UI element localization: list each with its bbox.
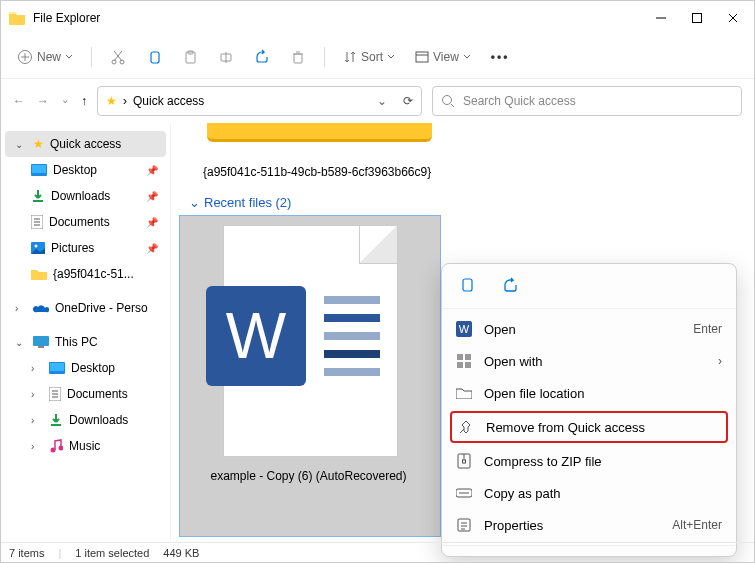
- paste-button[interactable]: [176, 45, 204, 69]
- sidebar-item-onedrive[interactable]: › OneDrive - Perso: [1, 295, 170, 321]
- shortcut-hint: Enter: [693, 322, 722, 336]
- pin-icon: 📌: [146, 243, 158, 254]
- section-label: Recent files (2): [204, 195, 291, 210]
- sidebar-item-pc-desktop[interactable]: › Desktop: [1, 355, 170, 381]
- chevron-down-icon: ⌄: [15, 337, 27, 348]
- sidebar-item-pictures[interactable]: Pictures 📌: [1, 235, 170, 261]
- folder-thumbnail[interactable]: [207, 123, 432, 142]
- sort-button[interactable]: Sort: [337, 46, 401, 68]
- more-button[interactable]: •••: [485, 46, 516, 68]
- sidebar-item-guidfolder[interactable]: {a95f041c-51...: [1, 261, 170, 287]
- sidebar-item-documents[interactable]: Documents 📌: [1, 209, 170, 235]
- view-button[interactable]: View: [409, 46, 477, 68]
- share-icon[interactable]: [502, 276, 522, 296]
- pin-icon: 📌: [146, 165, 158, 176]
- svg-rect-9: [416, 52, 428, 62]
- svg-point-22: [59, 446, 64, 451]
- desktop-icon: [31, 164, 47, 176]
- status-selected: 1 item selected: [75, 547, 149, 559]
- sidebar-item-desktop[interactable]: Desktop 📌: [1, 157, 170, 183]
- chevron-right-icon: ›: [15, 303, 27, 314]
- picture-icon: [31, 242, 45, 254]
- file-caption: example - Copy (6) (AutoRecovered): [181, 469, 436, 483]
- back-button[interactable]: ←: [13, 94, 25, 108]
- star-icon: ★: [33, 137, 44, 151]
- svg-rect-17: [38, 346, 44, 348]
- new-label: New: [37, 50, 61, 64]
- search-placeholder: Search Quick access: [463, 94, 576, 108]
- context-menu-copy-as-path[interactable]: Copy as path: [442, 477, 736, 509]
- chevron-right-icon: ›: [718, 354, 722, 368]
- copy-icon[interactable]: [458, 276, 478, 296]
- page-fold-icon: [359, 226, 397, 264]
- sidebar-label: Documents: [49, 215, 110, 229]
- cut-button[interactable]: [104, 45, 132, 69]
- word-icon: W: [456, 321, 472, 337]
- rename-button[interactable]: [212, 45, 240, 69]
- context-menu-open-with[interactable]: Open with ›: [442, 345, 736, 377]
- context-menu-compress-zip[interactable]: Compress to ZIP file: [442, 445, 736, 477]
- music-icon: [49, 439, 63, 453]
- folder-name-label: {a95f041c-511b-49cb-b589-6cf3963b66c9}: [203, 165, 431, 179]
- sidebar-item-quickaccess[interactable]: ⌄ ★ Quick access: [5, 131, 166, 157]
- new-button[interactable]: New: [11, 45, 79, 69]
- status-bar: 7 items | 1 item selected 449 KB: [1, 542, 754, 562]
- context-menu-open[interactable]: W Open Enter: [442, 313, 736, 345]
- menu-label: Compress to ZIP file: [484, 454, 602, 469]
- download-icon: [31, 189, 45, 203]
- section-recent-files[interactable]: ⌄ Recent files (2): [189, 195, 291, 210]
- folder-icon: [9, 11, 25, 25]
- sidebar-item-downloads[interactable]: Downloads 📌: [1, 183, 170, 209]
- status-item-count: 7 items: [9, 547, 44, 559]
- document-icon: [31, 215, 43, 229]
- pin-icon: 📌: [146, 217, 158, 228]
- sidebar-label: Music: [69, 439, 100, 453]
- refresh-button[interactable]: ⟳: [403, 94, 413, 108]
- apps-icon: [456, 353, 472, 369]
- search-input[interactable]: Search Quick access: [432, 86, 742, 116]
- sidebar-item-pc-music[interactable]: › Music: [1, 433, 170, 459]
- svg-rect-4: [151, 52, 159, 63]
- file-thumbnail[interactable]: W: [223, 225, 398, 457]
- star-icon: ★: [106, 94, 117, 108]
- sidebar-item-pc-downloads[interactable]: › Downloads: [1, 407, 170, 433]
- up-button[interactable]: ↑: [81, 94, 87, 108]
- copy-button[interactable]: [140, 45, 168, 69]
- shortcut-hint: Alt+Enter: [672, 518, 722, 532]
- desktop-icon: [49, 362, 65, 374]
- properties-icon: [456, 517, 472, 533]
- close-button[interactable]: [726, 11, 740, 25]
- context-menu-properties[interactable]: Properties Alt+Enter: [442, 509, 736, 541]
- menu-label: Open file location: [484, 386, 584, 401]
- svg-rect-28: [457, 362, 463, 368]
- context-menu-open-location[interactable]: Open file location: [442, 377, 736, 409]
- sidebar-label: Desktop: [71, 361, 115, 375]
- unpin-icon: [458, 419, 474, 435]
- chevron-right-icon: ›: [31, 389, 43, 400]
- chevron-right-icon: ›: [31, 441, 43, 452]
- svg-rect-31: [463, 460, 466, 463]
- svg-rect-29: [465, 362, 471, 368]
- breadcrumb[interactable]: ★ › Quick access ⌄ ⟳: [97, 86, 422, 116]
- chevron-right-icon: ›: [31, 415, 43, 426]
- sidebar-label: Quick access: [50, 137, 121, 151]
- chevron-right-icon: ›: [31, 363, 43, 374]
- share-button[interactable]: [248, 45, 276, 69]
- forward-button[interactable]: →: [37, 94, 49, 108]
- svg-rect-26: [457, 354, 463, 360]
- folder-icon: [31, 268, 47, 280]
- sidebar-label: Pictures: [51, 241, 94, 255]
- maximize-button[interactable]: [690, 11, 704, 25]
- sidebar-item-thispc[interactable]: ⌄ This PC: [1, 329, 170, 355]
- delete-button[interactable]: [284, 45, 312, 69]
- svg-rect-0: [693, 14, 702, 23]
- command-toolbar: New Sort View •••: [1, 35, 754, 79]
- svg-rect-8: [294, 54, 302, 63]
- breadcrumb-dropdown[interactable]: ⌄: [377, 94, 387, 108]
- sidebar-item-pc-documents[interactable]: › Documents: [1, 381, 170, 407]
- minimize-button[interactable]: [654, 11, 668, 25]
- context-menu-remove-quickaccess[interactable]: Remove from Quick access: [450, 411, 728, 443]
- cloud-icon: [33, 303, 49, 314]
- recent-dropdown[interactable]: ⌄: [61, 94, 69, 108]
- folder-icon: [456, 385, 472, 401]
